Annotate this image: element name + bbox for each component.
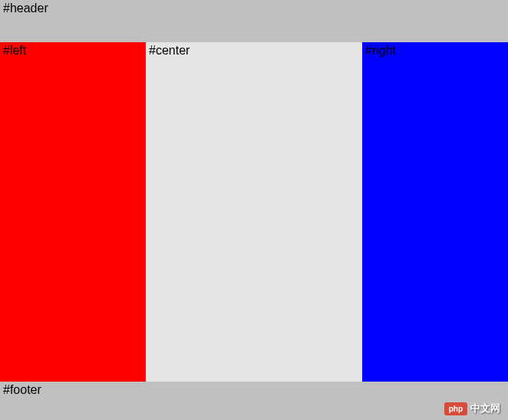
footer-region: #footer php 中文网	[0, 382, 508, 420]
main-region: #left #center #right	[0, 42, 508, 382]
watermark-text: 中文网	[470, 402, 500, 415]
right-region: #right	[362, 42, 508, 382]
left-label: #left	[3, 44, 26, 57]
header-region: #header	[0, 0, 508, 42]
center-label: #center	[149, 44, 190, 57]
right-label: #right	[365, 44, 396, 57]
watermark: php 中文网	[444, 402, 500, 415]
watermark-badge: php	[444, 402, 467, 415]
footer-label: #footer	[3, 383, 41, 396]
header-label: #header	[3, 2, 48, 15]
left-region: #left	[0, 42, 146, 382]
center-region: #center	[146, 42, 362, 382]
